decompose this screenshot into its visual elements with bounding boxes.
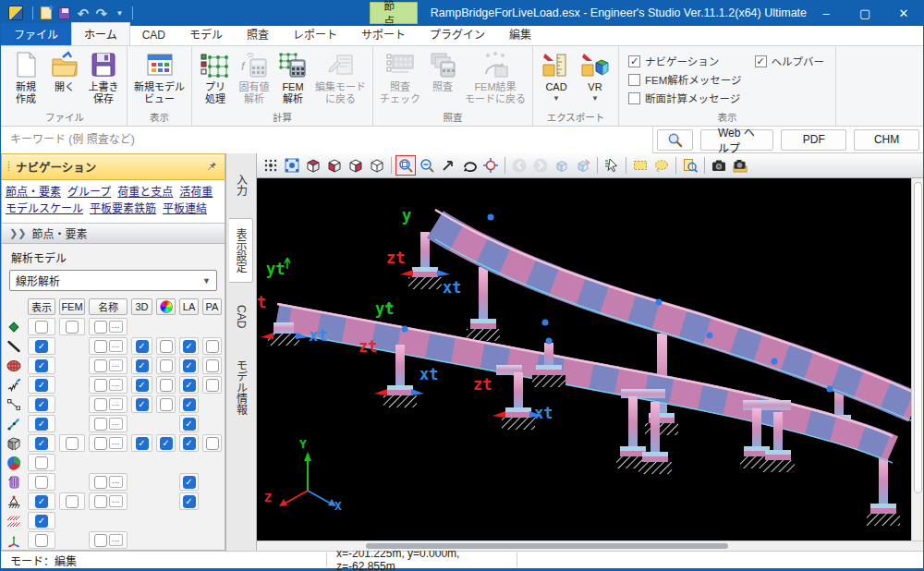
side-tab-入力[interactable]: 入力 bbox=[230, 164, 253, 205]
viewport-vertical-scrollbar[interactable] bbox=[911, 178, 923, 541]
column-header-名称[interactable]: 名称 bbox=[89, 298, 128, 315]
checkbox-icon[interactable] bbox=[35, 534, 48, 547]
checkbox-icon[interactable]: ✓ bbox=[183, 495, 196, 508]
checkbox-icon[interactable] bbox=[160, 379, 173, 392]
checkbox-icon[interactable] bbox=[94, 534, 107, 547]
checkbox-icon[interactable]: ✓ bbox=[35, 437, 48, 450]
tab-CAD[interactable]: CAD bbox=[130, 26, 177, 45]
measure-arrow-icon[interactable] bbox=[438, 155, 458, 176]
snapshot-save-icon[interactable] bbox=[730, 155, 750, 176]
checkbox-icon[interactable]: ✓ bbox=[183, 476, 196, 489]
view-cube-front-icon[interactable] bbox=[324, 155, 345, 176]
ribbon-button-pre[interactable]: プリ 処理 bbox=[196, 48, 235, 106]
checkbox-icon[interactable]: ✓ bbox=[183, 418, 196, 431]
checkbox-icon[interactable] bbox=[94, 495, 107, 508]
checkbox-icon[interactable] bbox=[94, 418, 107, 431]
side-tab-表示設定[interactable]: 表示設定 bbox=[229, 218, 253, 283]
ribbon-button-newview[interactable]: 新規モデル ビュー bbox=[131, 48, 188, 106]
more-options-button[interactable]: … bbox=[109, 418, 123, 430]
checkbox-icon[interactable] bbox=[66, 437, 79, 450]
nav-link-荷重と支点[interactable]: 荷重と支点 bbox=[117, 186, 173, 199]
checkbox-icon[interactable]: ✓ bbox=[35, 418, 48, 431]
pointer-select-icon[interactable] bbox=[602, 155, 622, 176]
save-icon[interactable] bbox=[56, 4, 73, 22]
checkbox-icon[interactable] bbox=[66, 321, 79, 334]
tab-プラグイン[interactable]: プラグイン bbox=[418, 23, 497, 45]
side-tab-モデル情報[interactable]: モデル情報 bbox=[230, 350, 253, 424]
more-options-button[interactable]: … bbox=[109, 476, 123, 488]
center-target-icon[interactable] bbox=[480, 155, 501, 176]
checkbox-icon[interactable]: ✓ bbox=[35, 495, 48, 508]
more-options-button[interactable]: … bbox=[109, 437, 123, 449]
checkbox-icon[interactable] bbox=[160, 398, 173, 411]
pdf-help-button[interactable]: PDF bbox=[781, 129, 846, 151]
checkbox-icon[interactable] bbox=[206, 437, 219, 450]
qat-more-icon[interactable]: ▼ bbox=[112, 4, 128, 22]
column-header-PA[interactable]: PA bbox=[202, 298, 222, 315]
checkbox-icon[interactable]: ✓ bbox=[183, 340, 196, 353]
nav-link-グループ[interactable]: グループ bbox=[67, 186, 111, 199]
checkbox-icon[interactable] bbox=[160, 340, 173, 353]
checkbox-icon[interactable] bbox=[94, 476, 107, 489]
drag-handle-icon[interactable]: ⋮⋮ bbox=[5, 164, 10, 169]
search-button[interactable] bbox=[657, 129, 693, 151]
zoom-extents-icon[interactable] bbox=[282, 155, 302, 176]
more-options-button[interactable]: … bbox=[109, 495, 123, 507]
select-points-icon[interactable] bbox=[261, 155, 281, 176]
rect-select-icon[interactable] bbox=[630, 155, 650, 176]
checkbox-icon[interactable] bbox=[206, 379, 219, 392]
more-options-button[interactable]: … bbox=[109, 321, 123, 333]
section-header-nodes-elements[interactable]: ❯❯ 節点・要素 bbox=[2, 224, 225, 244]
checkbox-icon[interactable]: ✓ bbox=[136, 379, 149, 392]
ribbon-checkbox-ヘルプバー[interactable]: ✓ヘルプバー bbox=[755, 54, 825, 68]
more-options-button[interactable]: … bbox=[109, 379, 123, 391]
more-options-button[interactable]: … bbox=[109, 398, 123, 410]
checkbox-icon[interactable] bbox=[66, 495, 79, 508]
checkbox-icon[interactable]: ✓ bbox=[183, 437, 196, 450]
redo-icon[interactable]: ↷ bbox=[93, 4, 110, 22]
checkbox-icon[interactable] bbox=[160, 359, 173, 372]
side-tab-CAD[interactable]: CAD bbox=[231, 296, 251, 337]
ribbon-checkbox-FEM解析メッセージ[interactable]: FEM解析メッセージ bbox=[628, 72, 742, 87]
keyword-search-input[interactable] bbox=[1, 127, 653, 153]
lasso-select-icon[interactable] bbox=[651, 155, 672, 176]
tab-編集[interactable]: 編集 bbox=[497, 23, 543, 45]
checkbox-icon[interactable]: ✓ bbox=[136, 398, 149, 411]
ribbon-button-vr[interactable]: VR▼ bbox=[576, 48, 614, 104]
checkbox-icon[interactable]: ✓ bbox=[136, 437, 149, 450]
navigation-panel-header[interactable]: ⋮⋮ ナビゲーション 📌︎ bbox=[1, 153, 225, 180]
more-options-button[interactable]: … bbox=[109, 534, 123, 546]
close-button[interactable]: ✕ bbox=[884, 0, 923, 26]
checkbox-icon[interactable] bbox=[206, 340, 219, 353]
undo-icon[interactable]: ↶ bbox=[75, 4, 91, 22]
tab-モデル[interactable]: モデル bbox=[177, 23, 235, 45]
tab-ファイル[interactable]: ファイル bbox=[1, 23, 71, 45]
checkbox-icon[interactable]: ✓ bbox=[35, 379, 48, 392]
tab-ホーム[interactable]: ホーム bbox=[71, 22, 130, 45]
view-cube-side-icon[interactable] bbox=[346, 155, 366, 176]
ribbon-button-save[interactable]: 上書き 保存 bbox=[84, 48, 123, 106]
find-zoom-icon[interactable] bbox=[680, 155, 700, 176]
column-header-FEM[interactable]: FEM bbox=[59, 298, 85, 315]
ribbon-button-fem[interactable]: FEM 解析 bbox=[274, 48, 312, 106]
nav-link-節点・要素[interactable]: 節点・要素 bbox=[6, 186, 61, 199]
nav-link-平板要素鉄筋[interactable]: 平板要素鉄筋 bbox=[90, 202, 156, 215]
tab-サポート[interactable]: サポート bbox=[349, 23, 418, 45]
nav-link-平板連結[interactable]: 平板連結 bbox=[163, 202, 207, 215]
checkbox-icon[interactable]: ✓ bbox=[136, 340, 149, 353]
minimize-button[interactable]: – bbox=[807, 0, 845, 26]
checkbox-icon[interactable] bbox=[94, 321, 107, 334]
snapshot-camera-icon[interactable] bbox=[709, 155, 729, 176]
checkbox-icon[interactable] bbox=[94, 379, 107, 392]
column-header-color[interactable] bbox=[156, 298, 176, 315]
more-options-button[interactable]: … bbox=[109, 340, 123, 352]
checkbox-icon[interactable] bbox=[94, 437, 107, 450]
ribbon-button-cad[interactable]: CAD▼ bbox=[537, 48, 576, 104]
chm-help-button[interactable]: CHM bbox=[854, 129, 919, 151]
zoom-out-icon[interactable] bbox=[417, 155, 437, 176]
checkbox-icon[interactable] bbox=[94, 340, 107, 353]
maximize-button[interactable]: ▢ bbox=[845, 0, 884, 26]
checkbox-icon[interactable]: ✓ bbox=[35, 340, 48, 353]
checkbox-icon[interactable] bbox=[94, 398, 107, 411]
more-options-button[interactable]: … bbox=[109, 359, 123, 371]
